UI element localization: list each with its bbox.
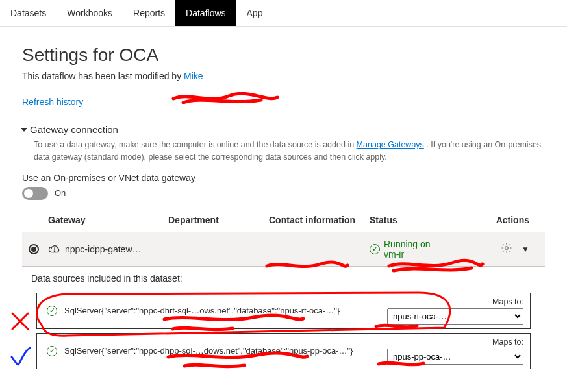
gear-icon[interactable] <box>501 242 512 256</box>
check-circle-icon: ✓ <box>40 346 64 356</box>
datasource-connection: SqlServer{"server":"nppc-dhpp-sql-…dows.… <box>64 345 387 357</box>
refresh-history-link[interactable]: Refresh history <box>22 97 83 107</box>
gateway-toggle-state: On <box>55 188 66 198</box>
last-modified-prefix: This dataflow has been last modified by <box>22 71 184 81</box>
gateway-row: nppc-idpp-gatew… ✓ Running on vm-ir ▼ <box>22 232 545 266</box>
tab-reports[interactable]: Reports <box>123 0 175 26</box>
tab-app[interactable]: App <box>236 0 273 26</box>
page-title: Settings for OCA <box>22 45 545 66</box>
datasource-row: ✓ SqlServer{"server":"nppc-dhpp-sql-…dow… <box>36 333 531 369</box>
datasource-mapping-select[interactable]: npus-rt-oca-… <box>387 308 523 325</box>
chevron-down-icon[interactable]: ▼ <box>522 245 529 254</box>
tab-workbooks[interactable]: Workbooks <box>57 0 123 26</box>
datasource-mapping-select[interactable]: npus-pp-oca-… <box>387 349 523 365</box>
datasources-label: Data sources included in this dataset: <box>22 266 545 289</box>
collapse-caret-icon <box>21 128 27 132</box>
col-actions: Actions <box>486 215 538 225</box>
tab-datasets[interactable]: Datasets <box>0 0 57 26</box>
toggle-thumb-icon <box>24 189 33 198</box>
maps-to-label: Maps to: <box>387 337 523 347</box>
gateway-section-title: Gateway connection <box>30 124 118 135</box>
gateway-help-text: To use a data gateway, make sure the com… <box>34 139 545 164</box>
gateway-status: ✓ Running on vm-ir <box>370 239 486 260</box>
gateway-radio[interactable] <box>29 244 39 254</box>
col-gateway: Gateway <box>48 215 168 225</box>
gateway-toggle-label: Use an On-premises or VNet data gateway <box>22 173 545 183</box>
datasource-row: ✓ SqlServer{"server":"nppc-dhrt-sql-…ows… <box>36 293 531 329</box>
gateway-help-before: To use a data gateway, make sure the com… <box>34 140 357 149</box>
gateway-toggle[interactable] <box>22 187 48 200</box>
manage-gateways-link[interactable]: Manage Gateways <box>357 140 424 149</box>
svg-point-0 <box>505 247 509 250</box>
tab-dataflows[interactable]: Dataflows <box>175 0 236 26</box>
status-check-icon: ✓ <box>370 244 380 254</box>
check-circle-icon: ✓ <box>40 306 64 316</box>
gateway-status-line2: vm-ir <box>384 249 404 260</box>
col-contact: Contact information <box>269 215 370 225</box>
gateway-table-header: Gateway Department Contact information S… <box>22 208 545 232</box>
datasource-connection: SqlServer{"server":"nppc-dhrt-sql-…ows.n… <box>64 305 387 317</box>
datasources-list: ✓ SqlServer{"server":"nppc-dhrt-sql-…ows… <box>22 293 545 380</box>
last-modified-user-link[interactable]: Mike <box>184 71 203 81</box>
gateway-section-header[interactable]: Gateway connection <box>21 124 545 135</box>
gateway-status-line1: Running on <box>384 239 431 249</box>
top-tabs: Datasets Workbooks Reports Dataflows App <box>0 0 567 27</box>
gateway-icon <box>48 242 61 256</box>
col-department: Department <box>168 215 269 225</box>
gateway-table: Gateway Department Contact information S… <box>22 208 545 380</box>
col-status: Status <box>370 215 486 225</box>
maps-to-label: Maps to: <box>387 297 523 306</box>
last-modified-line: This dataflow has been last modified by … <box>22 71 545 81</box>
gateway-name: nppc-idpp-gatew… <box>65 244 142 254</box>
